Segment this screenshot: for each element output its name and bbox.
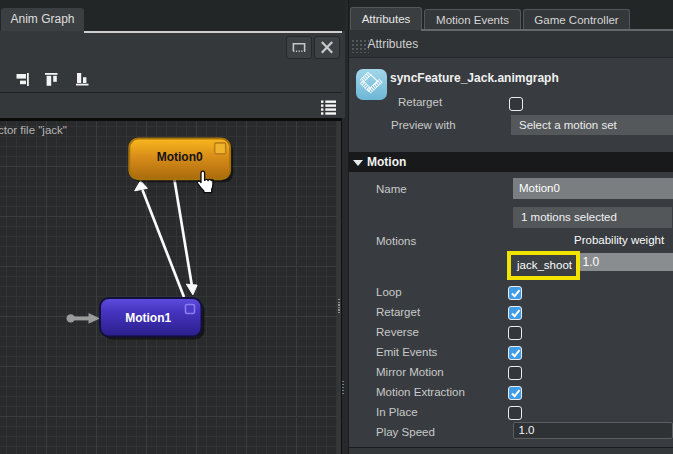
svg-text:Motion1: Motion1 (125, 310, 171, 324)
svg-text:Motion0: Motion0 (157, 150, 203, 164)
